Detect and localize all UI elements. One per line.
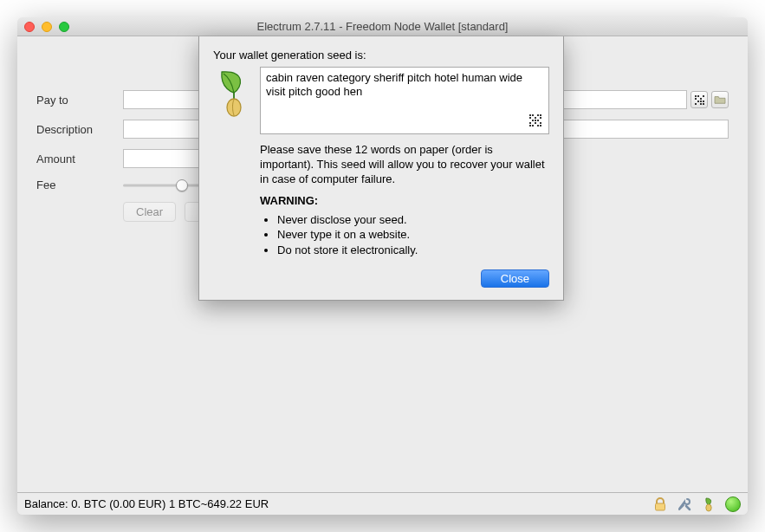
seed-dialog-header: Your wallet generation seed is: [213, 49, 549, 62]
seed-qr-icon[interactable] [529, 114, 545, 130]
amount-label: Amount [36, 152, 123, 165]
seed-dialog: Your wallet generation seed is: cabin ra… [198, 36, 564, 301]
fee-slider-thumb[interactable] [176, 179, 188, 191]
statusbar: Balance: 0. BTC (0.00 EUR) 1 BTC~649.22 … [17, 492, 748, 515]
lock-icon[interactable] [652, 496, 668, 512]
svg-point-2 [227, 99, 241, 116]
minimize-window-icon[interactable] [42, 22, 52, 32]
close-window-icon[interactable] [24, 22, 35, 32]
seed-textbox[interactable]: cabin raven category sheriff pitch hotel… [260, 67, 549, 134]
tools-icon[interactable] [677, 496, 692, 512]
fee-label: Fee [36, 178, 123, 191]
close-button[interactable]: Close [481, 269, 549, 288]
clear-button[interactable]: Clear [123, 202, 176, 222]
window-title: Electrum 2.7.11 - Freedom Node Wallet [s… [24, 20, 741, 33]
warning-item: Never disclose your seed. [277, 212, 549, 228]
warning-item: Do not store it electronically. [277, 243, 549, 258]
seed-words: cabin raven category sheriff pitch hotel… [266, 71, 522, 98]
fee-slider[interactable] [123, 179, 201, 191]
seed-instructions: Please save these 12 words on paper (ord… [260, 143, 549, 187]
pay-to-label: Pay to [36, 94, 123, 107]
balance-text: Balance: 0. BTC (0.00 EUR) 1 BTC~649.22 … [24, 497, 269, 510]
svg-point-1 [706, 504, 711, 511]
qr-icon[interactable] [690, 91, 708, 108]
seed-sprout-icon [213, 67, 251, 119]
warning-item: Never type it on a website. [277, 227, 549, 243]
folder-icon[interactable] [711, 91, 729, 108]
status-icons [652, 496, 741, 512]
warning-label: WARNING: [260, 194, 549, 207]
description-label: Description [36, 123, 123, 136]
traffic-lights [24, 22, 69, 32]
titlebar: Electrum 2.7.11 - Freedom Node Wallet [s… [17, 17, 748, 36]
zoom-window-icon[interactable] [59, 22, 69, 32]
svg-rect-0 [656, 503, 665, 510]
seed-icon[interactable] [701, 496, 716, 512]
connection-indicator-icon[interactable] [725, 496, 741, 512]
app-window: Electrum 2.7.11 - Freedom Node Wallet [s… [17, 17, 748, 515]
warning-list: Never disclose your seed. Never type it … [260, 212, 549, 258]
